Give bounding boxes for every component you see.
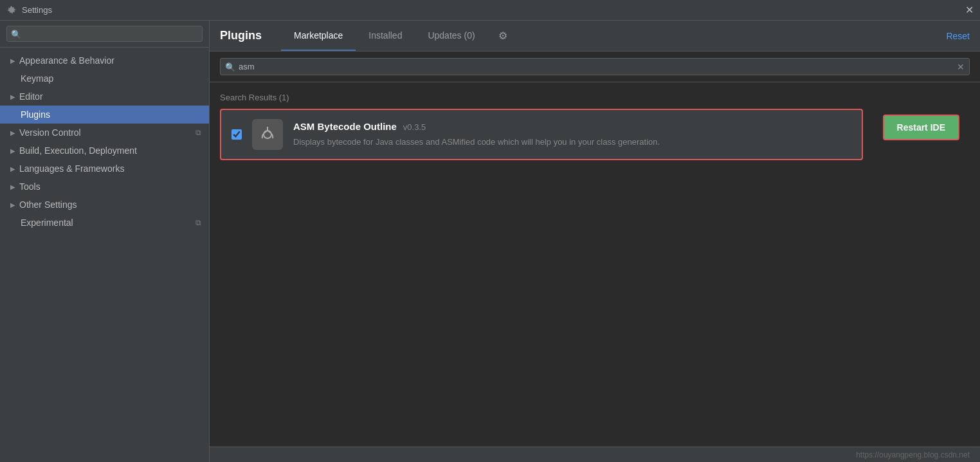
sidebar-items: ▶ Appearance & Behavior Keymap ▶ Editor … <box>0 48 209 462</box>
sidebar-search-wrapper: 🔍 <box>6 26 203 42</box>
sidebar-item-editor[interactable]: ▶ Editor <box>0 88 209 106</box>
arrow-icon: ▶ <box>10 93 15 100</box>
plugin-version: v0.3.5 <box>403 122 426 132</box>
plugin-card-asm[interactable]: ASM Bytecode Outline v0.3.5 Displays byt… <box>220 109 863 160</box>
sidebar-search-icon: 🔍 <box>11 29 21 39</box>
sidebar-item-label: Keymap <box>10 73 201 84</box>
arrow-icon: ▶ <box>10 183 15 190</box>
sidebar: 🔍 ▶ Appearance & Behavior Keymap ▶ Edito… <box>0 21 210 462</box>
plugin-search-input[interactable] <box>220 58 970 75</box>
sidebar-item-version-control[interactable]: ▶ Version Control ⧉ <box>0 124 209 142</box>
content-header: Plugins Marketplace Installed Updates (0… <box>210 21 980 51</box>
arrow-icon: ▶ <box>10 201 15 208</box>
window-title: Settings <box>22 5 52 15</box>
main-layout: 🔍 ▶ Appearance & Behavior Keymap ▶ Edito… <box>0 21 980 462</box>
plugin-search-wrapper: 🔍 ✕ <box>220 58 970 75</box>
copy-icon: ⧉ <box>195 128 201 137</box>
plugin-checkbox[interactable] <box>231 129 242 140</box>
reset-button[interactable]: Reset <box>946 31 970 41</box>
title-bar-left: Settings <box>6 5 52 15</box>
sidebar-item-label: Version Control <box>19 127 192 138</box>
plugin-search-clear-button[interactable]: ✕ <box>957 62 965 72</box>
restart-ide-button[interactable]: Restart IDE <box>883 115 959 140</box>
tab-installed[interactable]: Installed <box>356 21 415 51</box>
plugin-info: ASM Bytecode Outline v0.3.5 Displays byt… <box>293 121 851 149</box>
sidebar-item-experimental[interactable]: Experimental ⧉ <box>0 214 209 232</box>
page-title: Plugins <box>220 29 262 42</box>
sidebar-item-languages[interactable]: ▶ Languages & Frameworks <box>0 160 209 178</box>
sidebar-item-label: Appearance & Behavior <box>19 55 201 66</box>
sidebar-item-label: Editor <box>19 91 201 102</box>
footer-url: https://ouyangpeng.blog.csdn.net <box>856 450 970 459</box>
close-button[interactable]: ✕ <box>965 5 974 15</box>
plugin-icon <box>252 119 283 150</box>
sidebar-item-build-execution[interactable]: ▶ Build, Execution, Deployment <box>0 142 209 160</box>
sidebar-search-container: 🔍 <box>0 21 209 48</box>
sidebar-item-label: Plugins <box>21 109 201 120</box>
copy-icon: ⧉ <box>195 218 201 227</box>
plugin-name-row: ASM Bytecode Outline v0.3.5 <box>293 121 851 132</box>
sidebar-item-tools[interactable]: ▶ Tools <box>0 178 209 196</box>
content-area: Plugins Marketplace Installed Updates (0… <box>210 21 980 462</box>
arrow-icon: ▶ <box>10 129 15 136</box>
arrow-icon: ▶ <box>10 57 15 64</box>
tab-marketplace[interactable]: Marketplace <box>281 21 356 51</box>
sidebar-item-plugins[interactable]: Plugins <box>0 106 209 124</box>
plugin-search-bar: 🔍 ✕ <box>210 51 980 82</box>
tab-updates[interactable]: Updates (0) <box>415 21 487 51</box>
sidebar-item-label: Languages & Frameworks <box>19 163 201 174</box>
title-bar: Settings ✕ <box>0 0 980 21</box>
sidebar-item-label: Build, Execution, Deployment <box>19 145 201 156</box>
sidebar-item-keymap[interactable]: Keymap <box>0 69 209 88</box>
sidebar-item-other-settings[interactable]: ▶ Other Settings <box>0 196 209 214</box>
search-results-label: Search Results (1) <box>220 93 970 102</box>
gear-button[interactable]: ⚙ <box>496 27 510 44</box>
sidebar-item-appearance[interactable]: ▶ Appearance & Behavior <box>0 51 209 69</box>
arrow-icon: ▶ <box>10 165 15 172</box>
plugin-name: ASM Bytecode Outline <box>293 121 397 132</box>
asm-icon-svg <box>256 123 279 146</box>
footer: https://ouyangpeng.blog.csdn.net <box>210 447 980 462</box>
sidebar-search-input[interactable] <box>6 26 203 42</box>
arrow-icon: ▶ <box>10 147 15 154</box>
sidebar-item-label: Other Settings <box>19 199 201 210</box>
sidebar-item-label: Experimental <box>10 217 192 228</box>
plugin-description: Displays bytecode for Java classes and A… <box>293 136 851 149</box>
sidebar-item-label: Tools <box>19 181 201 192</box>
settings-window-icon <box>6 5 17 15</box>
plugin-results: Search Results (1) ASM Bytecode Outline <box>210 82 980 447</box>
plugin-search-icon: 🔍 <box>225 62 235 71</box>
